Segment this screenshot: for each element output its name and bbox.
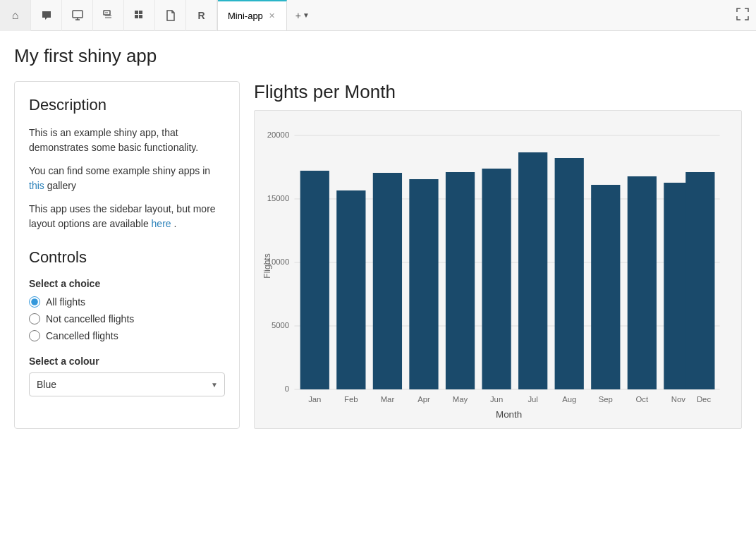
monitor-icon[interactable]: [62, 0, 93, 31]
svg-text:Dec: Dec: [697, 395, 712, 404]
grid-icon[interactable]: [124, 0, 155, 31]
svg-text:Feb: Feb: [344, 395, 358, 404]
svg-text:May: May: [453, 395, 468, 404]
sidebar-panel: Description This is an example shiny app…: [14, 81, 240, 429]
description-2: You can find some example shiny apps in …: [29, 164, 225, 193]
this-link[interactable]: this: [29, 180, 44, 191]
svg-text:Jul: Jul: [528, 395, 537, 404]
r-icon[interactable]: R: [186, 0, 217, 31]
svg-rect-7: [135, 11, 138, 14]
bar-oct: [628, 176, 657, 389]
svg-rect-9: [135, 15, 138, 18]
radio-all-flights-label: All flights: [46, 296, 85, 308]
bar-aug: [555, 158, 584, 389]
tab-mini-app[interactable]: Mini-app ✕: [218, 0, 287, 30]
svg-text:20000: 20000: [267, 131, 290, 139]
svg-text:Nov: Nov: [671, 395, 686, 404]
svg-text:5000: 5000: [272, 321, 289, 329]
bar-mar: [373, 173, 402, 389]
tab-label: Mini-app: [228, 11, 263, 21]
chart-bars: [300, 152, 715, 389]
home-icon[interactable]: ⌂: [0, 0, 31, 31]
colour-select-wrapper: Blue Red Green Purple: [29, 372, 225, 396]
toolbar-icons: ⌂ R: [0, 0, 218, 30]
main-content: My first shiny app Description This is a…: [0, 31, 756, 443]
radio-group: All flights Not cancelled flights Cancel…: [29, 296, 225, 341]
bar-jan: [300, 171, 329, 389]
bar-jun: [482, 169, 511, 389]
chevron-down-icon: ▼: [303, 11, 310, 19]
bar-jul: [518, 152, 547, 389]
svg-text:0: 0: [285, 384, 289, 393]
file-icon[interactable]: [155, 0, 186, 31]
radio-not-cancelled-input[interactable]: [29, 313, 40, 324]
radio-not-cancelled[interactable]: Not cancelled flights: [29, 313, 225, 324]
svg-text:Jun: Jun: [490, 395, 503, 404]
description-1: This is an example shiny app, that demon…: [29, 126, 225, 155]
svg-text:15000: 15000: [267, 194, 290, 202]
svg-rect-0: [73, 11, 83, 18]
here-link[interactable]: here: [152, 218, 171, 229]
radio-all-flights[interactable]: All flights: [29, 296, 225, 308]
app-layout: Description This is an example shiny app…: [14, 81, 742, 429]
bar-may: [446, 172, 475, 389]
colour-label: Select a colour: [29, 356, 225, 367]
plus-icon: +: [295, 10, 301, 21]
bar-apr: [409, 179, 438, 389]
chart-inner: 20000 15000 10000 5000 0: [262, 125, 727, 421]
svg-text:Oct: Oct: [636, 395, 650, 404]
radio-cancelled-label: Cancelled flights: [46, 330, 118, 341]
choice-label: Select a choice: [29, 278, 225, 289]
chart-title: Flights per Month: [254, 81, 742, 103]
page-title: My first shiny app: [14, 45, 742, 67]
chart-container: 20000 15000 10000 5000 0: [254, 110, 742, 429]
fullscreen-button[interactable]: [736, 11, 749, 23]
svg-text:Flights: Flights: [262, 253, 272, 278]
svg-rect-8: [139, 11, 142, 14]
svg-text:Jan: Jan: [308, 395, 321, 404]
description-3: This app uses the sidebar layout, but mo…: [29, 202, 225, 231]
bar-chart: 20000 15000 10000 5000 0: [262, 125, 727, 421]
toolbar-right: [736, 8, 756, 23]
svg-text:Aug: Aug: [562, 395, 576, 404]
radio-all-flights-input[interactable]: [29, 296, 40, 308]
svg-text:Sep: Sep: [599, 395, 613, 404]
svg-text:Month: Month: [496, 409, 522, 420]
bar-feb: [336, 190, 365, 389]
svg-text:Apr: Apr: [417, 395, 430, 404]
description-title: Description: [29, 96, 225, 114]
radio-cancelled[interactable]: Cancelled flights: [29, 330, 225, 341]
chat-icon[interactable]: [31, 0, 62, 31]
tabs-area: Mini-app ✕ + ▼: [218, 0, 736, 30]
svg-text:Mar: Mar: [381, 395, 395, 404]
radio-not-cancelled-label: Not cancelled flights: [46, 313, 134, 324]
colour-select[interactable]: Blue Red Green Purple: [29, 372, 225, 396]
tab-close-button[interactable]: ✕: [267, 11, 276, 20]
bar-sep: [591, 185, 620, 389]
toolbar: ⌂ R Mini-app ✕ + ▼: [0, 0, 756, 31]
x-axis-labels: Jan Feb Mar Apr May Jun Jul Aug Sep Oct …: [308, 395, 711, 420]
controls-title: Controls: [29, 248, 225, 267]
chart-area: Flights per Month 20000 15000 10000 5000…: [254, 81, 742, 429]
search-icon[interactable]: [93, 0, 124, 31]
svg-rect-10: [139, 15, 142, 18]
controls-section: Controls Select a choice All flights Not…: [29, 248, 225, 396]
bar-dec: [685, 172, 714, 389]
radio-cancelled-input[interactable]: [29, 330, 40, 341]
tab-add-button[interactable]: + ▼: [287, 0, 318, 30]
